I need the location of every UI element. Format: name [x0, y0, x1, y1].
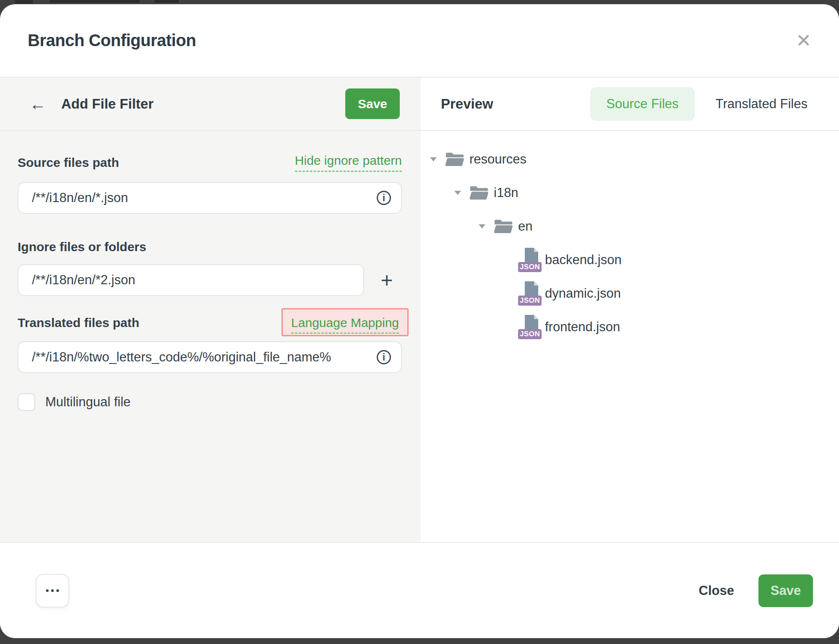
multilingual-file-option[interactable]: Multilingual file [18, 393, 402, 411]
source-path-header-row: Source files path Hide ignore pattern [18, 153, 402, 172]
close-icon[interactable]: ✕ [796, 31, 811, 50]
file-filter-form: Source files path Hide ignore pattern i … [0, 131, 421, 542]
json-badge: JSON [518, 296, 542, 306]
tree-row-file[interactable]: JSON dynamic.json [421, 277, 839, 310]
hide-ignore-pattern-link[interactable]: Hide ignore pattern [295, 153, 402, 172]
background-page-fragment [154, 0, 179, 3]
preview-header: Preview Source Files Translated Files [421, 78, 839, 130]
ignore-field-row: + [18, 264, 402, 296]
source-path-field-wrap: i [18, 182, 402, 214]
source-path-input[interactable] [18, 182, 402, 214]
close-button[interactable]: Close [699, 583, 734, 598]
tree-row-folder[interactable]: i18n [421, 176, 839, 210]
tree-item-label: frontend.json [545, 319, 620, 335]
translated-path-header-row: Translated files path Language Mapping [18, 314, 402, 331]
json-file-icon: JSON [519, 315, 540, 339]
tree-item-label: backend.json [545, 252, 622, 267]
modal-header: Branch Configuration ✕ [0, 4, 839, 78]
tree-item-label: resources [469, 152, 526, 167]
save-button[interactable]: Save [758, 574, 813, 607]
folder-icon [445, 151, 464, 168]
more-options-button[interactable]: ••• [36, 574, 69, 608]
json-file-icon: JSON [519, 248, 540, 272]
tree-row-folder[interactable]: resources [421, 143, 839, 176]
branch-configuration-modal: Branch Configuration ✕ ← Add File Filter… [0, 4, 839, 638]
preview-tabs: Source Files Translated Files [590, 87, 808, 121]
filter-save-button[interactable]: Save [345, 88, 400, 119]
background-page-fragment [15, 0, 33, 4]
info-icon[interactable]: i [377, 191, 391, 205]
translated-path-label: Translated files path [18, 316, 139, 330]
tree-row-folder[interactable]: en [421, 210, 839, 243]
filter-header: ← Add File Filter Save [0, 78, 421, 130]
modal-body: Source files path Hide ignore pattern i … [0, 131, 839, 542]
translated-path-field-wrap: i [18, 341, 402, 373]
folder-icon [469, 184, 489, 201]
tab-translated-files[interactable]: Translated Files [716, 96, 808, 112]
json-badge: JSON [518, 329, 542, 339]
preview-title: Preview [441, 96, 493, 112]
caret-down-icon[interactable] [449, 191, 466, 195]
translated-path-input[interactable] [18, 341, 402, 373]
footer-actions: Close Save [699, 574, 813, 607]
json-badge: JSON [518, 262, 542, 272]
ignore-pattern-input[interactable] [18, 264, 364, 296]
modal-title: Branch Configuration [28, 31, 196, 50]
caret-down-icon[interactable] [474, 224, 490, 229]
multilingual-label: Multilingual file [45, 395, 130, 410]
ignore-label: Ignore files or folders [18, 240, 146, 254]
modal-footer: ••• Close Save [0, 542, 839, 638]
info-icon[interactable]: i [377, 350, 391, 364]
tab-source-files[interactable]: Source Files [590, 87, 694, 121]
json-file-icon: JSON [519, 281, 540, 306]
ellipsis-icon: ••• [45, 585, 61, 597]
multilingual-checkbox[interactable] [18, 393, 35, 411]
tree-row-file[interactable]: JSON backend.json [421, 243, 839, 277]
ignore-header-row: Ignore files or folders [18, 240, 402, 254]
filter-title: Add File Filter [61, 96, 154, 112]
background-page-fragment [50, 0, 140, 3]
sub-header: ← Add File Filter Save Preview Source Fi… [0, 78, 839, 131]
tree-item-label: dynamic.json [545, 286, 621, 301]
language-mapping-highlight: Language Mapping [281, 308, 409, 336]
caret-down-icon[interactable] [425, 157, 442, 161]
source-files-tree: resources i18n en [421, 131, 839, 542]
source-path-label: Source files path [18, 156, 119, 170]
tree-item-label: en [518, 219, 532, 234]
tree-item-label: i18n [494, 185, 519, 200]
language-mapping-link[interactable]: Language Mapping [291, 316, 399, 334]
back-arrow-icon[interactable]: ← [29, 96, 46, 112]
add-ignore-pattern-icon[interactable]: + [374, 270, 399, 291]
folder-icon [494, 218, 513, 235]
tree-row-file[interactable]: JSON frontend.json [421, 310, 839, 344]
